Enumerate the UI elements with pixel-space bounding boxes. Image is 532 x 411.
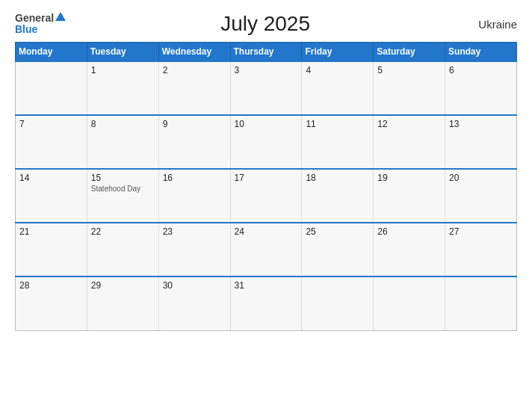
calendar-cell: 30	[158, 276, 230, 330]
holiday-label: Statehood Day	[91, 185, 155, 193]
week-row-3: 1415Statehood Day1617181920	[16, 169, 517, 223]
calendar-cell: 13	[445, 115, 517, 169]
day-header-sunday: Sunday	[445, 43, 517, 62]
calendar-cell: 28	[16, 276, 87, 330]
day-number: 15	[91, 173, 155, 183]
day-number: 29	[91, 280, 155, 291]
day-number: 6	[449, 65, 513, 75]
logo-triangle-icon	[55, 12, 66, 21]
day-number: 31	[235, 280, 298, 291]
week-row-1: 123456	[16, 61, 517, 115]
calendar-cell: 29	[87, 276, 158, 330]
day-number: 3	[235, 65, 298, 75]
day-number: 5	[377, 65, 441, 75]
page: General Blue July 2025 Ukraine MondayTue…	[0, 0, 532, 411]
calendar-cell: 24	[230, 223, 302, 276]
calendar-cell	[302, 276, 374, 330]
calendar-header: MondayTuesdayWednesdayThursdayFridaySatu…	[16, 43, 517, 62]
logo-general-text: General	[15, 13, 54, 24]
day-header-wednesday: Wednesday	[158, 43, 230, 62]
day-number: 30	[163, 280, 226, 291]
calendar-cell: 10	[230, 115, 302, 169]
day-number: 22	[91, 226, 155, 237]
calendar-cell: 17	[230, 169, 302, 223]
calendar-cell: 25	[302, 223, 374, 276]
day-number: 12	[377, 119, 441, 129]
calendar-cell: 8	[87, 115, 158, 169]
day-number: 7	[19, 119, 83, 129]
day-number: 19	[377, 173, 441, 183]
day-number: 17	[235, 173, 298, 183]
day-number: 24	[235, 226, 298, 237]
calendar-cell: 4	[302, 61, 374, 115]
calendar-cell: 11	[302, 115, 374, 169]
day-number: 8	[91, 119, 155, 129]
day-number: 13	[449, 119, 513, 129]
calendar-cell: 31	[230, 276, 302, 330]
calendar-cell: 9	[158, 115, 230, 169]
calendar-cell: 27	[445, 223, 517, 276]
logo: General Blue	[15, 13, 66, 36]
calendar-cell: 3	[230, 61, 302, 115]
calendar-cell: 5	[374, 61, 445, 115]
calendar-cell: 21	[16, 223, 87, 276]
day-number: 1	[91, 65, 155, 75]
day-number: 26	[377, 226, 441, 237]
calendar-cell: 6	[445, 61, 517, 115]
day-number: 23	[163, 226, 226, 237]
days-of-week-row: MondayTuesdayWednesdayThursdayFridaySatu…	[16, 43, 517, 62]
day-number: 18	[306, 173, 369, 183]
calendar-table: MondayTuesdayWednesdayThursdayFridaySatu…	[15, 42, 517, 331]
calendar-cell: 16	[158, 169, 230, 223]
calendar-cell: 18	[302, 169, 374, 223]
calendar-cell	[16, 61, 87, 115]
day-number: 28	[19, 280, 83, 291]
calendar-cell: 15Statehood Day	[87, 169, 158, 223]
calendar-cell: 19	[374, 169, 445, 223]
country-label: Ukraine	[465, 18, 517, 31]
calendar-cell: 20	[445, 169, 517, 223]
day-number: 16	[163, 173, 226, 183]
calendar-cell: 26	[374, 223, 445, 276]
day-number: 20	[449, 173, 513, 183]
calendar-cell: 7	[16, 115, 87, 169]
day-header-friday: Friday	[302, 43, 374, 62]
header: General Blue July 2025 Ukraine	[15, 12, 517, 36]
calendar-body: 123456789101112131415Statehood Day161718…	[16, 61, 517, 330]
day-number: 2	[163, 65, 226, 75]
calendar-cell: 22	[87, 223, 158, 276]
day-number: 10	[235, 119, 298, 129]
calendar-cell: 2	[158, 61, 230, 115]
calendar-title: July 2025	[66, 12, 465, 36]
calendar-cell	[374, 276, 445, 330]
day-number: 25	[306, 226, 369, 237]
calendar-cell: 23	[158, 223, 230, 276]
calendar-cell: 1	[87, 61, 158, 115]
day-number: 21	[19, 226, 83, 237]
week-row-4: 21222324252627	[16, 223, 517, 276]
calendar-cell: 12	[374, 115, 445, 169]
day-number: 9	[163, 119, 226, 129]
day-number: 11	[306, 119, 369, 129]
day-number: 14	[19, 173, 83, 183]
calendar-cell: 14	[16, 169, 87, 223]
logo-blue-text: Blue	[15, 24, 37, 35]
day-header-saturday: Saturday	[374, 43, 445, 62]
day-number: 4	[306, 65, 369, 75]
calendar-cell	[445, 276, 517, 330]
day-header-monday: Monday	[16, 43, 87, 62]
day-header-thursday: Thursday	[230, 43, 302, 62]
day-header-tuesday: Tuesday	[87, 43, 158, 62]
day-number: 27	[449, 226, 513, 237]
week-row-2: 78910111213	[16, 115, 517, 169]
week-row-5: 28293031	[16, 276, 517, 330]
